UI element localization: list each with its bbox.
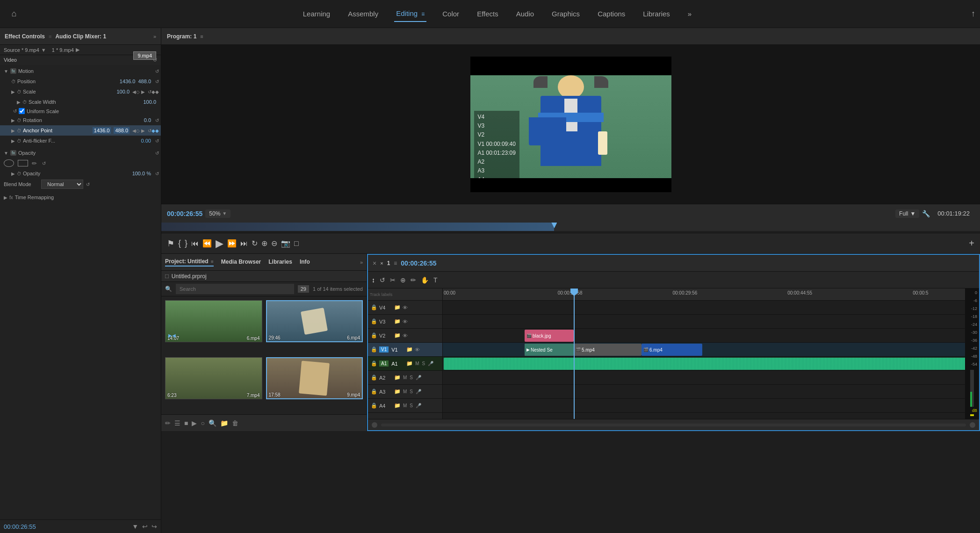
opacity-rect-tool[interactable] bbox=[18, 160, 28, 166]
transport-mark-out2[interactable]: } bbox=[185, 238, 187, 248]
scale-timeline-icon[interactable]: ◇ bbox=[136, 89, 140, 94]
anchor-left-arrow[interactable]: ◀ bbox=[132, 128, 136, 133]
tl-a4-mute[interactable]: M bbox=[403, 403, 407, 408]
transport-play[interactable]: ▶ bbox=[216, 238, 223, 250]
anchor-kf-left[interactable]: ◆ bbox=[151, 128, 155, 133]
anti-flicker-reset[interactable]: ↺ bbox=[155, 138, 159, 144]
tl-v1-active-badge[interactable]: V1 bbox=[379, 346, 389, 353]
proj-thumb-0[interactable]: 6.mp4 14:07 ▶◀ bbox=[165, 300, 262, 342]
blend-mode-reset[interactable]: ↺ bbox=[86, 182, 90, 187]
proj-delete-icon[interactable]: 🗑 bbox=[232, 419, 238, 427]
transport-overwrite[interactable]: ⊖ bbox=[271, 239, 277, 248]
media-browser-tab[interactable]: Media Browser bbox=[221, 259, 261, 266]
tab-captions[interactable]: Captions bbox=[596, 6, 627, 22]
tab-libraries[interactable]: Libraries bbox=[641, 6, 672, 22]
opacity-val-expand[interactable]: ▶ bbox=[11, 171, 15, 176]
tl-a1-track-row[interactable] bbox=[443, 357, 965, 371]
anti-flicker-value[interactable]: 0.00 bbox=[141, 138, 151, 144]
transport-loop[interactable]: ↻ bbox=[252, 239, 258, 248]
tl-lock-a2[interactable]: 🔒 bbox=[371, 375, 377, 381]
program-monitor-menu[interactable]: ≡ bbox=[200, 34, 203, 39]
tl-folder-v4[interactable]: 📁 bbox=[394, 304, 401, 310]
tl-lock-v1[interactable]: 🔒 bbox=[371, 346, 377, 353]
tl-close-button[interactable]: × bbox=[373, 259, 376, 267]
tl-a1-solo[interactable]: S bbox=[422, 361, 425, 366]
uniform-scale-checkbox[interactable] bbox=[19, 108, 25, 114]
tl-a3-solo[interactable]: S bbox=[410, 389, 413, 394]
scale-keyframe-left[interactable]: ◆ bbox=[151, 89, 155, 94]
scale-width-value[interactable]: 100.0 bbox=[143, 99, 156, 105]
anti-flicker-stopwatch[interactable]: ⏱ bbox=[17, 138, 22, 144]
opacity-ellipse-tool[interactable] bbox=[4, 159, 14, 167]
tl-folder-a4[interactable]: 📁 bbox=[394, 403, 401, 409]
tl-a3-mute[interactable]: M bbox=[403, 389, 407, 394]
project-search-mode[interactable]: 29 bbox=[298, 285, 309, 293]
proj-sort-icon[interactable]: ○ bbox=[201, 419, 204, 427]
opacity-expand-arrow[interactable]: ▼ bbox=[4, 151, 8, 156]
tab-effects[interactable]: Effects bbox=[475, 6, 500, 22]
tl-v3-track-row[interactable] bbox=[443, 315, 965, 329]
tl-a3-track-row[interactable] bbox=[443, 385, 965, 399]
proj-thumb-2[interactable]: 7.mp4 6:23 bbox=[165, 357, 262, 399]
tab-graphics[interactable]: Graphics bbox=[550, 6, 582, 22]
tl-a2-mute[interactable]: M bbox=[403, 375, 407, 380]
position-x-value[interactable]: 1436.0 bbox=[120, 79, 136, 84]
position-stopwatch-icon[interactable]: ⏱ bbox=[11, 79, 16, 84]
uniform-scale-reset[interactable]: ↺ bbox=[13, 108, 17, 114]
proj-folder-icon[interactable]: 📁 bbox=[220, 419, 228, 427]
ec-filter-icon[interactable]: ▼ bbox=[132, 523, 138, 530]
tl-tool-ripple[interactable]: ↺ bbox=[380, 276, 385, 284]
tl-tool-pen[interactable]: ✏ bbox=[411, 276, 416, 284]
transport-mark-out[interactable]: { bbox=[178, 238, 181, 248]
scale-keyframe-right[interactable]: ◆ bbox=[155, 89, 159, 94]
monitor-quality-selector[interactable]: Full ▼ bbox=[895, 209, 919, 218]
tl-scroll-bar[interactable] bbox=[381, 424, 966, 426]
transport-go-in[interactable]: ⏮ bbox=[191, 239, 199, 248]
transport-step-fwd[interactable]: ⏩ bbox=[227, 239, 237, 248]
tl-tool-text[interactable]: T bbox=[433, 276, 438, 284]
libraries-tab[interactable]: Libraries bbox=[268, 259, 292, 266]
scale-width-expand[interactable]: ▶ bbox=[17, 100, 21, 105]
tl-folder-a3[interactable]: 📁 bbox=[394, 389, 401, 395]
ec-redo-icon[interactable]: ↪ bbox=[151, 523, 157, 530]
anchor-stopwatch[interactable]: ⏱ bbox=[17, 128, 22, 133]
scale-right-arrow[interactable]: ▶ bbox=[141, 89, 145, 94]
proj-thumb-3[interactable]: 9.mp4 17:58 bbox=[266, 357, 363, 399]
motion-reset-btn[interactable]: ↺ bbox=[155, 69, 159, 74]
tl-tool-hand[interactable]: ✋ bbox=[421, 276, 429, 284]
project-tab[interactable]: Project: Untitled ≡ bbox=[165, 258, 214, 266]
transport-step-back[interactable]: ⏪ bbox=[202, 239, 212, 248]
scale-stopwatch-icon[interactable]: ⏱ bbox=[17, 89, 22, 94]
anchor-point-x[interactable]: 1436.0 bbox=[93, 127, 111, 134]
anti-flicker-expand[interactable]: ▶ bbox=[11, 138, 15, 144]
info-tab[interactable]: Info bbox=[300, 259, 310, 266]
anchor-point-y[interactable]: 488.0 bbox=[114, 127, 130, 134]
monitor-zoom-selector[interactable]: 50% ▼ bbox=[205, 209, 231, 218]
tl-menu-icon[interactable]: ≡ bbox=[394, 260, 397, 266]
tl-eye-v3[interactable]: 👁 bbox=[403, 319, 408, 324]
tl-lock-a1[interactable]: 🔒 bbox=[371, 360, 377, 367]
quality-arrow[interactable]: ▼ bbox=[910, 210, 915, 217]
anchor-timeline[interactable]: ◇ bbox=[136, 128, 140, 133]
time-remap-expand[interactable]: ▶ bbox=[4, 195, 7, 200]
rotation-reset[interactable]: ↺ bbox=[155, 118, 159, 123]
tl-lock-v3[interactable]: 🔒 bbox=[371, 318, 377, 324]
tl-eye-v2[interactable]: 👁 bbox=[403, 333, 408, 339]
export-button[interactable]: ↑ bbox=[971, 9, 975, 19]
transport-add-button[interactable]: + bbox=[969, 238, 974, 249]
proj-search-icon[interactable]: 🔍 bbox=[209, 419, 216, 427]
tl-v1-6mp4-1[interactable]: 🎬 6.mp4 bbox=[641, 344, 702, 356]
tl-a1-audio[interactable] bbox=[444, 358, 965, 370]
tl-scroll-left-btn[interactable] bbox=[372, 422, 377, 428]
motion-expand-arrow[interactable]: ▼ bbox=[4, 69, 8, 74]
transport-mark-in[interactable]: ⚑ bbox=[167, 238, 174, 249]
anchor-right[interactable]: ▶ bbox=[141, 128, 145, 133]
transport-insert[interactable]: ⊕ bbox=[261, 239, 267, 248]
tl-a4-mic[interactable]: 🎤 bbox=[416, 403, 421, 408]
tl-tool-slip[interactable]: ⊕ bbox=[400, 276, 406, 284]
tab-color[interactable]: Color bbox=[440, 6, 461, 22]
scale-width-stopwatch[interactable]: ⏱ bbox=[22, 100, 27, 105]
scale-value[interactable]: 100.0 bbox=[116, 89, 130, 94]
tl-a2-track-row[interactable] bbox=[443, 371, 965, 385]
tab-learning[interactable]: Learning bbox=[301, 6, 332, 22]
